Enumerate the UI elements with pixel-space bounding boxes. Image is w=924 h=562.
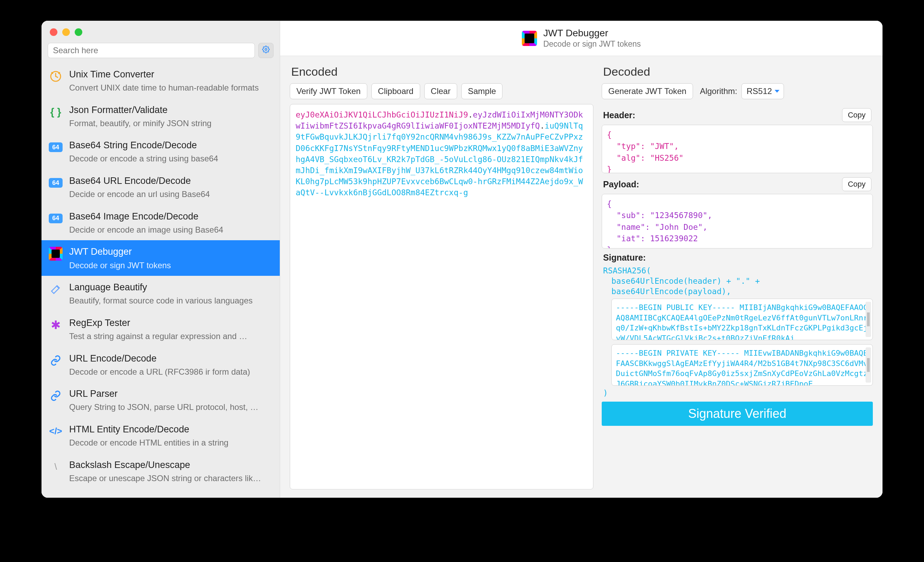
zoom-window-button[interactable]	[75, 28, 82, 36]
jwt-signature-segment: iuQ9NlTq9tFGwBquvkJLKJQjrli7fq0Y92ncQRNM…	[296, 121, 583, 197]
main-header: JWT Debugger Decode or sign JWT tokens	[280, 21, 882, 56]
tool-list[interactable]: Unix Time ConverterConvert UNIX date tim…	[42, 63, 280, 498]
sidebar-item-language-beautify[interactable]: Language BeautifyBeautify, format source…	[42, 276, 280, 312]
jwt-icon	[48, 246, 63, 261]
sidebar-item-unix-time-converter[interactable]: Unix Time ConverterConvert UNIX date tim…	[42, 63, 280, 99]
private-key-textarea[interactable]: -----BEGIN PRIVATE KEY----- MIIEvwIBADAN…	[611, 344, 873, 386]
algorithm-select[interactable]: RS512	[741, 83, 784, 99]
sidebar-item-title: Json Formatter/Validate	[69, 104, 273, 116]
sidebar-item-title: URL Encode/Decode	[69, 352, 273, 365]
base64-icon: 64	[48, 140, 63, 154]
sidebar-item-jwt-debugger[interactable]: JWT DebuggerDecode or sign JWT tokens	[42, 240, 280, 276]
sidebar-item-title: HTML Entity Encode/Decode	[69, 423, 273, 436]
sidebar: Unix Time ConverterConvert UNIX date tim…	[42, 21, 280, 498]
sidebar-item-title: Language Beautify	[69, 281, 273, 294]
signature-section-label: Signature:	[603, 253, 646, 263]
jwt-header-segment: eyJ0eXAiOiJKV1QiLCJhbGciOiJIUzI1NiJ9	[296, 110, 468, 119]
sidebar-item-title: Backslash Escape/Unescape	[69, 459, 273, 471]
sidebar-item-title: Base64 URL Encode/Decode	[69, 175, 273, 187]
encoded-token-textarea[interactable]: eyJ0eXAiOiJKV1QiLCJhbGciOiJIUzI1NiJ9.eyJ…	[290, 104, 593, 489]
sidebar-item-backslash-escape-unescape[interactable]: \Backslash Escape/UnescapeEscape or unes…	[42, 454, 280, 489]
wand-icon	[48, 282, 63, 297]
sidebar-item-subtitle: Query String to JSON, parse URL protocol…	[69, 401, 273, 413]
sidebar-item-subtitle: Decide or encode an url using Base64	[69, 188, 273, 200]
copy-payload-button[interactable]: Copy	[842, 177, 872, 191]
public-key-textarea[interactable]: -----BEGIN PUBLIC KEY----- MIIBIjANBgkqh…	[611, 299, 873, 340]
code-icon: </>	[48, 424, 63, 439]
signature-close-line: )	[602, 388, 873, 398]
sidebar-item-subtitle: Decode or encode a string using base64	[69, 153, 273, 165]
clipboard-button[interactable]: Clipboard	[371, 83, 420, 99]
sidebar-item-subtitle: Convert UNIX date time to human-readable…	[69, 82, 273, 94]
sidebar-item-base64-string-encode-decode[interactable]: 64Base64 String Encode/DecodeDecode or e…	[42, 134, 280, 169]
sidebar-item-subtitle: Format, beautify, or minify JSON string	[69, 117, 273, 129]
scrollbar[interactable]	[866, 302, 871, 337]
braces-icon: { }	[48, 105, 63, 119]
close-window-button[interactable]	[50, 28, 57, 36]
algorithm-label: Algorithm:	[700, 86, 737, 96]
sidebar-item-subtitle: Decide or encode an image using Base64	[69, 224, 273, 236]
decoded-heading: Decoded	[602, 63, 873, 83]
backslash-icon: \	[48, 460, 63, 474]
base64-icon: 64	[48, 211, 63, 226]
sidebar-item-base64-url-encode-decode[interactable]: 64Base64 URL Encode/DecodeDecide or enco…	[42, 169, 280, 205]
header-section-label: Header:	[603, 110, 635, 120]
base64-icon: 64	[48, 175, 63, 190]
signature-fn-line: RSASHA256(	[602, 265, 873, 276]
sidebar-item-subtitle: Escape or unescape JSON string or charac…	[69, 472, 273, 484]
sidebar-item-html-entity-encode-decode[interactable]: </>HTML Entity Encode/DecodeDecode or en…	[42, 418, 280, 454]
sidebar-item-subtitle: Decode or sign JWT tokens	[69, 259, 273, 271]
minimize-window-button[interactable]	[62, 28, 70, 36]
app-window: Unix Time ConverterConvert UNIX date tim…	[42, 21, 882, 498]
encoded-heading: Encoded	[290, 63, 593, 83]
main-area: JWT Debugger Decode or sign JWT tokens E…	[280, 21, 882, 498]
payload-section-label: Payload:	[603, 179, 639, 189]
search-input[interactable]	[48, 43, 255, 58]
sidebar-item-base64-image-encode-decode[interactable]: 64Base64 Image Encode/DecodeDecide or en…	[42, 205, 280, 241]
sidebar-item-subtitle: Beautify, format source code in various …	[69, 295, 273, 307]
scrollbar[interactable]	[866, 348, 871, 383]
link-icon	[48, 388, 63, 403]
sidebar-item-regexp-tester[interactable]: ✱RegExp TesterTest a string against a re…	[42, 312, 280, 347]
copy-header-button[interactable]: Copy	[842, 108, 872, 122]
sidebar-item-json-formatter-validate[interactable]: { }Json Formatter/ValidateFormat, beauti…	[42, 99, 280, 134]
sidebar-item-subtitle: Test a string against a regular expressi…	[69, 330, 273, 342]
generate-jwt-button[interactable]: Generate JWT Token	[602, 83, 693, 99]
sample-button[interactable]: Sample	[461, 83, 502, 99]
decoded-panel: Decoded Generate JWT Token Algorithm: RS…	[602, 63, 873, 489]
verify-jwt-button[interactable]: Verify JWT Token	[290, 83, 367, 99]
decoded-header-box[interactable]: { "typ": "JWT", "alg": "HS256" }	[602, 125, 873, 173]
clear-button[interactable]: Clear	[424, 83, 457, 99]
settings-button[interactable]	[258, 43, 273, 58]
sidebar-item-url-parser[interactable]: URL ParserQuery String to JSON, parse UR…	[42, 382, 280, 418]
sidebar-item-title: Unix Time Converter	[69, 69, 273, 81]
asterisk-icon: ✱	[48, 318, 63, 332]
svg-point-0	[265, 48, 267, 51]
sidebar-item-title: Base64 Image Encode/Decode	[69, 210, 273, 223]
sidebar-item-url-encode-decode[interactable]: URL Encode/DecodeDecode or encode a URL …	[42, 347, 280, 383]
sidebar-item-title: JWT Debugger	[69, 246, 273, 258]
link-icon	[48, 353, 63, 368]
sidebar-item-subtitle: Decode or encode a URL (RFC3986 ir form …	[69, 366, 273, 378]
page-subtitle: Decode or sign JWT tokens	[543, 39, 641, 49]
sidebar-item-title: Base64 String Encode/Decode	[69, 139, 273, 151]
sidebar-item-subtitle: Decode or encode HTML entities in a stri…	[69, 437, 273, 449]
signature-line-1: base64UrlEncode(header) + "." +	[602, 276, 873, 286]
sidebar-item-title: RegExp Tester	[69, 317, 273, 329]
signature-verified-banner: Signature Verified	[602, 402, 873, 426]
page-title: JWT Debugger	[543, 28, 641, 39]
jwt-icon	[522, 31, 537, 46]
window-controls	[42, 21, 280, 39]
decoded-payload-box[interactable]: { "sub": "1234567890", "name": "John Doe…	[602, 194, 873, 249]
gear-icon	[262, 46, 270, 55]
encoded-panel: Encoded Verify JWT Token Clipboard Clear…	[290, 63, 593, 489]
signature-line-2: base64UrlEncode(payload),	[602, 286, 873, 297]
sidebar-item-title: URL Parser	[69, 388, 273, 400]
clock-icon	[48, 69, 63, 84]
